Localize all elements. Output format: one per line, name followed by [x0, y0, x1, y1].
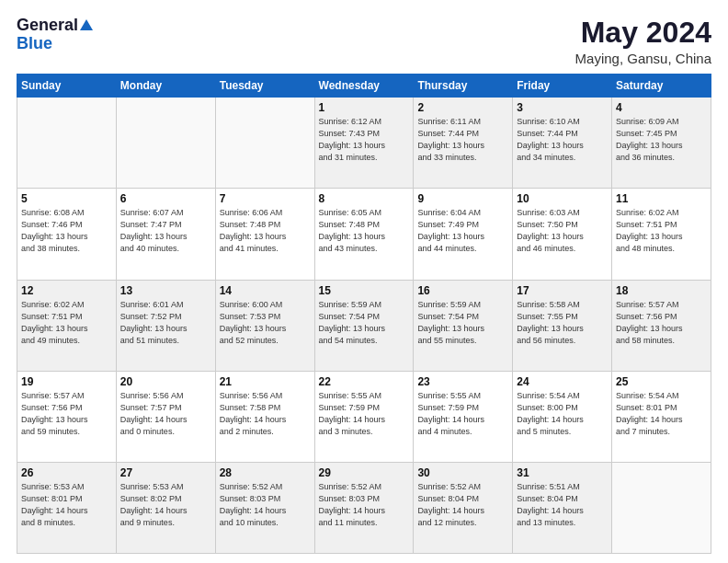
day-number: 12	[21, 284, 112, 297]
table-row: 17Sunrise: 5:58 AM Sunset: 7:55 PM Dayli…	[513, 280, 612, 371]
day-number: 25	[616, 375, 707, 388]
table-row: 2Sunrise: 6:11 AM Sunset: 7:44 PM Daylig…	[414, 98, 513, 189]
day-number: 14	[220, 284, 311, 297]
table-row: 1Sunrise: 6:12 AM Sunset: 7:43 PM Daylig…	[314, 98, 414, 189]
table-row	[612, 462, 711, 553]
col-sunday: Sunday	[17, 75, 117, 98]
month-year: May 2024	[575, 17, 711, 49]
day-info: Sunrise: 5:59 AM Sunset: 7:54 PM Dayligh…	[417, 299, 508, 347]
day-info: Sunrise: 6:08 AM Sunset: 7:46 PM Dayligh…	[21, 207, 112, 255]
day-info: Sunrise: 6:05 AM Sunset: 7:48 PM Dayligh…	[319, 207, 410, 255]
day-number: 8	[319, 192, 410, 205]
day-info: Sunrise: 5:55 AM Sunset: 7:59 PM Dayligh…	[417, 390, 508, 438]
day-info: Sunrise: 5:55 AM Sunset: 7:59 PM Dayligh…	[319, 390, 410, 438]
day-number: 26	[21, 466, 112, 479]
table-row: 30Sunrise: 5:52 AM Sunset: 8:04 PM Dayli…	[414, 462, 513, 553]
col-thursday: Thursday	[414, 75, 513, 98]
day-number: 24	[517, 375, 608, 388]
day-number: 5	[21, 192, 112, 205]
table-row: 26Sunrise: 5:53 AM Sunset: 8:01 PM Dayli…	[17, 462, 117, 553]
day-number: 17	[517, 284, 608, 297]
logo: General Blue	[17, 17, 94, 53]
day-info: Sunrise: 5:52 AM Sunset: 8:03 PM Dayligh…	[319, 481, 410, 529]
day-info: Sunrise: 6:07 AM Sunset: 7:47 PM Dayligh…	[120, 207, 211, 255]
day-info: Sunrise: 6:03 AM Sunset: 7:50 PM Dayligh…	[517, 207, 608, 255]
calendar-week-row: 1Sunrise: 6:12 AM Sunset: 7:43 PM Daylig…	[17, 98, 711, 189]
day-info: Sunrise: 5:52 AM Sunset: 8:04 PM Dayligh…	[417, 481, 508, 529]
table-row: 11Sunrise: 6:02 AM Sunset: 7:51 PM Dayli…	[612, 189, 711, 280]
calendar-week-row: 19Sunrise: 5:57 AM Sunset: 7:56 PM Dayli…	[17, 371, 711, 462]
calendar-week-row: 12Sunrise: 6:02 AM Sunset: 7:51 PM Dayli…	[17, 280, 711, 371]
table-row: 18Sunrise: 5:57 AM Sunset: 7:56 PM Dayli…	[612, 280, 711, 371]
page: General Blue May 2024 Maying, Gansu, Chi…	[0, 0, 728, 563]
table-row: 25Sunrise: 5:54 AM Sunset: 8:01 PM Dayli…	[612, 371, 711, 462]
table-row: 5Sunrise: 6:08 AM Sunset: 7:46 PM Daylig…	[17, 189, 117, 280]
day-info: Sunrise: 5:54 AM Sunset: 8:00 PM Dayligh…	[517, 390, 608, 438]
day-info: Sunrise: 6:02 AM Sunset: 7:51 PM Dayligh…	[616, 207, 707, 255]
table-row: 20Sunrise: 5:56 AM Sunset: 7:57 PM Dayli…	[116, 371, 215, 462]
logo-blue-text: Blue	[17, 35, 52, 53]
col-saturday: Saturday	[612, 75, 711, 98]
day-info: Sunrise: 6:06 AM Sunset: 7:48 PM Dayligh…	[220, 207, 311, 255]
day-number: 2	[417, 101, 508, 114]
table-row: 24Sunrise: 5:54 AM Sunset: 8:00 PM Dayli…	[513, 371, 612, 462]
day-number: 6	[120, 192, 211, 205]
day-number: 28	[220, 466, 311, 479]
table-row: 7Sunrise: 6:06 AM Sunset: 7:48 PM Daylig…	[215, 189, 314, 280]
table-row: 16Sunrise: 5:59 AM Sunset: 7:54 PM Dayli…	[414, 280, 513, 371]
col-friday: Friday	[513, 75, 612, 98]
table-row: 8Sunrise: 6:05 AM Sunset: 7:48 PM Daylig…	[314, 189, 414, 280]
day-info: Sunrise: 5:57 AM Sunset: 7:56 PM Dayligh…	[616, 299, 707, 347]
logo-triangle-icon	[79, 17, 94, 32]
table-row: 14Sunrise: 6:00 AM Sunset: 7:53 PM Dayli…	[215, 280, 314, 371]
day-number: 22	[319, 375, 410, 388]
day-number: 10	[517, 192, 608, 205]
day-number: 4	[616, 101, 707, 114]
col-tuesday: Tuesday	[215, 75, 314, 98]
day-number: 7	[220, 192, 311, 205]
table-row: 15Sunrise: 5:59 AM Sunset: 7:54 PM Dayli…	[314, 280, 414, 371]
table-row: 28Sunrise: 5:52 AM Sunset: 8:03 PM Dayli…	[215, 462, 314, 553]
day-number: 29	[319, 466, 410, 479]
day-info: Sunrise: 5:59 AM Sunset: 7:54 PM Dayligh…	[319, 299, 410, 347]
table-row	[116, 98, 215, 189]
table-row: 12Sunrise: 6:02 AM Sunset: 7:51 PM Dayli…	[17, 280, 117, 371]
calendar-header-row: Sunday Monday Tuesday Wednesday Thursday…	[17, 75, 711, 98]
location: Maying, Gansu, China	[575, 51, 711, 66]
calendar-week-row: 26Sunrise: 5:53 AM Sunset: 8:01 PM Dayli…	[17, 462, 711, 553]
day-number: 21	[220, 375, 311, 388]
table-row: 27Sunrise: 5:53 AM Sunset: 8:02 PM Dayli…	[116, 462, 215, 553]
logo-general-text: General	[17, 17, 78, 35]
day-number: 20	[120, 375, 211, 388]
day-number: 19	[21, 375, 112, 388]
day-info: Sunrise: 5:54 AM Sunset: 8:01 PM Dayligh…	[616, 390, 707, 438]
day-info: Sunrise: 5:53 AM Sunset: 8:01 PM Dayligh…	[21, 481, 112, 529]
table-row	[17, 98, 117, 189]
calendar-week-row: 5Sunrise: 6:08 AM Sunset: 7:46 PM Daylig…	[17, 189, 711, 280]
day-number: 31	[517, 466, 608, 479]
header: General Blue May 2024 Maying, Gansu, Chi…	[17, 17, 711, 66]
day-number: 23	[417, 375, 508, 388]
table-row: 13Sunrise: 6:01 AM Sunset: 7:52 PM Dayli…	[116, 280, 215, 371]
day-number: 11	[616, 192, 707, 205]
day-info: Sunrise: 5:56 AM Sunset: 7:58 PM Dayligh…	[220, 390, 311, 438]
day-info: Sunrise: 6:02 AM Sunset: 7:51 PM Dayligh…	[21, 299, 112, 347]
day-info: Sunrise: 5:51 AM Sunset: 8:04 PM Dayligh…	[517, 481, 608, 529]
day-number: 1	[319, 101, 410, 114]
title-block: May 2024 Maying, Gansu, China	[575, 17, 711, 66]
table-row: 22Sunrise: 5:55 AM Sunset: 7:59 PM Dayli…	[314, 371, 414, 462]
table-row: 23Sunrise: 5:55 AM Sunset: 7:59 PM Dayli…	[414, 371, 513, 462]
table-row: 6Sunrise: 6:07 AM Sunset: 7:47 PM Daylig…	[116, 189, 215, 280]
day-info: Sunrise: 6:01 AM Sunset: 7:52 PM Dayligh…	[120, 299, 211, 347]
day-info: Sunrise: 6:12 AM Sunset: 7:43 PM Dayligh…	[319, 116, 410, 164]
table-row: 10Sunrise: 6:03 AM Sunset: 7:50 PM Dayli…	[513, 189, 612, 280]
day-info: Sunrise: 5:53 AM Sunset: 8:02 PM Dayligh…	[120, 481, 211, 529]
day-info: Sunrise: 6:11 AM Sunset: 7:44 PM Dayligh…	[417, 116, 508, 164]
table-row: 4Sunrise: 6:09 AM Sunset: 7:45 PM Daylig…	[612, 98, 711, 189]
day-info: Sunrise: 6:00 AM Sunset: 7:53 PM Dayligh…	[220, 299, 311, 347]
day-number: 3	[517, 101, 608, 114]
day-info: Sunrise: 6:04 AM Sunset: 7:49 PM Dayligh…	[417, 207, 508, 255]
day-number: 9	[417, 192, 508, 205]
day-number: 30	[417, 466, 508, 479]
day-number: 18	[616, 284, 707, 297]
